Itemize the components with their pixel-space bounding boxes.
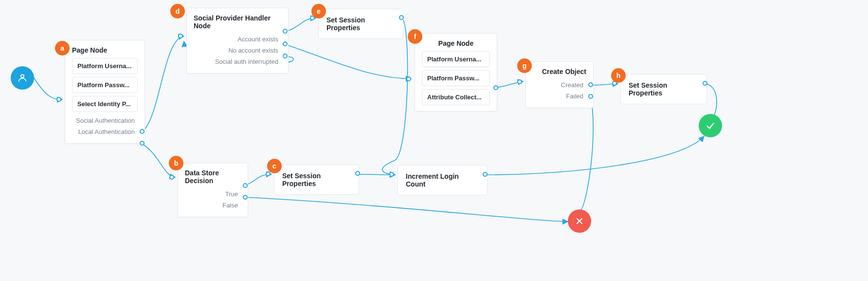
node-g-title: Create Object (533, 68, 586, 75)
port-in-a[interactable] (56, 97, 61, 102)
node-d-outcome-1: No account exists (194, 45, 281, 56)
close-icon (575, 216, 584, 226)
port-d-out-1[interactable] (283, 41, 288, 46)
port-b-out-0[interactable] (243, 183, 248, 188)
node-page-node-a[interactable]: Page Node Platform Userna... Platform Pa… (65, 40, 145, 144)
node-d-outcome-2: Social auth interrupted (194, 56, 281, 67)
node-social-provider[interactable]: Social Provider Handler Node Account exi… (186, 8, 289, 74)
node-create-object[interactable]: Create Object Created Failed (525, 61, 594, 108)
node-e-title: Set Session Properties (326, 16, 365, 32)
node-g-outcome-1: Failed (533, 91, 586, 102)
start-node[interactable] (11, 66, 34, 90)
port-d-out-2[interactable] (283, 54, 288, 58)
port-in-c[interactable] (266, 171, 271, 176)
node-increment-title: Increment Login Count (406, 172, 459, 188)
badge-h-label: h (616, 72, 621, 79)
port-in-d[interactable] (178, 34, 183, 38)
node-h-title: Set Session Properties (629, 81, 667, 97)
user-icon (17, 73, 28, 83)
badge-c: c (267, 159, 282, 173)
port-b-out-1[interactable] (243, 195, 248, 200)
node-set-session-h[interactable]: Set Session Properties (620, 74, 707, 104)
node-a-outcome-1: Local Authentication (72, 126, 138, 137)
node-c-title: Set Session Properties (282, 172, 321, 187)
badge-g: g (517, 58, 532, 73)
port-f-out[interactable] (493, 85, 498, 90)
node-d-title: Social Provider Handler Node (194, 14, 281, 30)
node-b-outcome-1: False (185, 200, 241, 211)
node-page-node-f[interactable]: Page Node Platform Userna... Platform Pa… (415, 33, 497, 112)
node-a-title: Page Node (72, 46, 138, 54)
node-set-session-c[interactable]: Set Session Properties (274, 165, 359, 195)
node-a-item-0[interactable]: Platform Userna... (72, 58, 138, 74)
badge-h: h (611, 68, 626, 83)
port-c-out[interactable] (355, 171, 360, 176)
node-a-item-1[interactable]: Platform Passw... (72, 77, 138, 93)
svg-point-0 (21, 75, 24, 77)
end-success-node[interactable] (699, 114, 722, 137)
badge-f-label: f (414, 33, 416, 40)
node-g-outcome-0: Created (533, 79, 586, 91)
node-f-title: Page Node (422, 39, 490, 47)
badge-a-label: a (60, 44, 64, 52)
port-a-out-0[interactable] (140, 129, 145, 134)
node-a-item-2[interactable]: Select Identity P... (72, 96, 138, 112)
node-f-item-2[interactable]: Attribute Collect... (422, 89, 490, 105)
node-b-title: Data Store Decision (185, 169, 241, 185)
node-data-store-decision[interactable]: Data Store Decision True False (178, 163, 248, 217)
node-increment-login-count[interactable]: Increment Login Count (398, 165, 488, 195)
badge-c-label: c (272, 162, 276, 170)
badge-b-label: b (174, 159, 179, 167)
badge-e-label: e (317, 7, 321, 15)
port-a-out-1[interactable] (140, 141, 145, 146)
badge-d: d (170, 4, 185, 19)
check-icon (705, 120, 716, 131)
node-f-item-1[interactable]: Platform Passw... (422, 70, 490, 86)
port-h-out[interactable] (703, 81, 707, 86)
node-f-item-0[interactable]: Platform Userna... (422, 51, 490, 67)
port-g-out-1[interactable] (588, 94, 593, 99)
port-in-b[interactable] (169, 175, 174, 180)
badge-d-label: d (176, 7, 180, 15)
badge-g-label: g (523, 62, 527, 70)
port-in-f[interactable] (406, 76, 411, 81)
badge-a: a (55, 41, 70, 56)
port-d-out-0[interactable] (283, 29, 288, 34)
port-g-out-0[interactable] (588, 82, 593, 87)
end-fail-node[interactable] (568, 209, 591, 233)
port-in-increment[interactable] (389, 172, 394, 177)
badge-f: f (408, 29, 422, 44)
node-d-outcome-0: Account exists (194, 34, 281, 45)
node-b-outcome-0: True (185, 188, 241, 200)
node-a-outcome-0: Social Authentication (72, 115, 138, 126)
badge-b: b (169, 156, 183, 170)
port-increment-out[interactable] (483, 172, 488, 177)
node-set-session-e[interactable]: Set Session Properties (318, 9, 403, 39)
badge-e: e (311, 4, 326, 19)
port-in-g[interactable] (517, 79, 522, 84)
port-e-out[interactable] (399, 15, 404, 20)
